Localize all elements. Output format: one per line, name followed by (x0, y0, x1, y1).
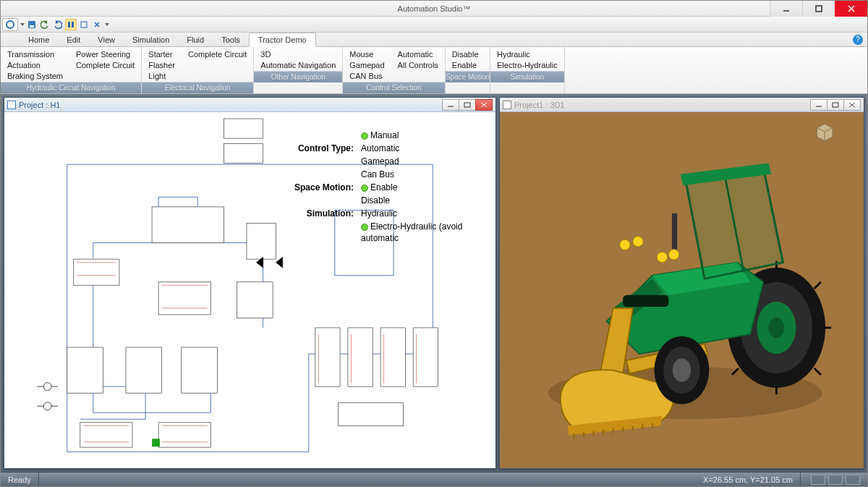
status-dot-icon (361, 132, 368, 140)
ribbon-tab-home[interactable]: Home (20, 33, 58, 46)
status-box-1[interactable] (811, 475, 825, 485)
window-controls (770, 1, 867, 16)
ribbon-item[interactable]: Automatic (396, 49, 441, 60)
app-menu-dropdown-icon[interactable] (20, 23, 25, 26)
schem-info-value: Disable (358, 195, 494, 206)
svg-rect-18 (158, 282, 210, 315)
ribbon-tab-tools[interactable]: Tools (213, 33, 249, 46)
ribbon-item[interactable]: Enable (450, 60, 481, 71)
window-minimize-button[interactable] (770, 1, 802, 17)
ribbon-tab-simulation[interactable]: Simulation (124, 33, 178, 46)
svg-point-59 (657, 252, 667, 262)
ribbon-item[interactable]: Braking System (5, 71, 65, 82)
panel-3d-controls (811, 99, 861, 111)
svg-rect-22 (182, 347, 218, 393)
ribbon-body: TransmissionActuationBraking SystemPower… (1, 47, 867, 94)
ribbon-tab-edit[interactable]: Edit (58, 33, 89, 46)
schem-info-value: Manual (358, 130, 494, 141)
ribbon-item[interactable]: Complete Circuit (74, 60, 137, 71)
svg-rect-10 (464, 103, 470, 107)
svg-rect-29 (338, 403, 403, 426)
ribbon-item[interactable]: Mouse (347, 49, 386, 60)
ribbon-tab-fluid[interactable]: Fluid (178, 33, 213, 46)
quick-access-toolbar (1, 17, 867, 33)
ribbon-group-4: DisableEnableSpace Motion (446, 47, 490, 93)
ribbon-item[interactable]: Starter (146, 49, 177, 60)
svg-point-31 (43, 402, 51, 410)
ribbon-item[interactable]: 3D (258, 49, 338, 60)
panel3d-maximize-button[interactable] (827, 99, 844, 111)
svg-rect-27 (80, 423, 132, 447)
svg-point-72 (673, 358, 691, 381)
ribbon-item[interactable]: Gamepad (347, 60, 386, 71)
ribbon-item[interactable]: Flasher (146, 60, 177, 71)
ribbon-item[interactable]: Disable (450, 49, 481, 60)
schem-info-label (292, 195, 357, 206)
3d-viewport[interactable] (500, 112, 864, 468)
svg-point-42 (769, 317, 785, 338)
ribbon-item[interactable]: All Controls (396, 60, 441, 71)
svg-rect-26 (413, 328, 438, 386)
ribbon-item[interactable]: Automatic Navigation (258, 60, 338, 71)
status-box-3[interactable] (846, 475, 860, 485)
schematic-canvas-area[interactable]: ManualControl Type:AutomaticGamepadCan B… (4, 112, 495, 468)
ribbon-item[interactable]: Light (146, 71, 177, 82)
ribbon-group-label: Hydraulic Circuit Navigation (1, 82, 141, 93)
schem-info-value: Enable (358, 182, 494, 193)
svg-rect-14 (224, 143, 263, 163)
app-logo-button[interactable] (2, 18, 18, 31)
ribbon-item[interactable]: CAN Bus (347, 71, 386, 82)
ribbon-group-label: Other Navigation (254, 71, 342, 82)
svg-rect-23 (315, 328, 340, 386)
ribbon-item[interactable]: Hydraulic (495, 49, 560, 60)
schem-info-label: Space Motion: (292, 182, 357, 193)
schem-info-label (292, 156, 357, 167)
svg-rect-25 (380, 328, 405, 386)
ribbon-group-5: HydraulicElectro-HydraulicSimulation (490, 47, 565, 93)
panel-close-button[interactable] (475, 99, 493, 111)
panel-maximize-button[interactable] (459, 99, 476, 111)
qat-undo-icon[interactable] (39, 19, 51, 30)
qat-redo-icon[interactable] (52, 19, 64, 30)
panel-minimize-button[interactable] (442, 99, 459, 111)
svg-rect-24 (348, 328, 373, 386)
ribbon-tab-tractor-demo[interactable]: Tractor Demo (249, 33, 316, 47)
svg-rect-16 (247, 223, 276, 259)
panel-schematic-controls (443, 99, 493, 111)
status-indicators (801, 473, 867, 486)
app-title: Automation Studio™ (398, 4, 471, 13)
ribbon-group-0: TransmissionActuationBraking SystemPower… (1, 47, 142, 93)
ribbon-group-label: Space Motion (446, 71, 490, 82)
svg-point-58 (633, 237, 643, 247)
window-maximize-button[interactable] (802, 1, 835, 17)
ribbon-tab-view[interactable]: View (89, 33, 124, 46)
ribbon-item[interactable]: Transmission (5, 49, 65, 60)
panel-schematic-header[interactable]: Project : H1 (4, 98, 495, 112)
ribbon-item[interactable]: Power Steering (74, 49, 137, 60)
qat-toggle-2-icon[interactable] (78, 19, 90, 30)
schem-info-value: Can Bus (358, 169, 494, 180)
svg-point-30 (43, 383, 51, 391)
qat-toggle-1-icon[interactable] (65, 19, 77, 30)
panel-schematic: Project : H1 (4, 97, 496, 469)
qat-toggle-3-icon[interactable] (91, 19, 103, 30)
schematic-info-overlay: ManualControl Type:AutomaticGamepadCan B… (290, 128, 495, 245)
panel-3d-header[interactable]: Project1 : 3D1 (500, 98, 864, 112)
svg-rect-8 (81, 22, 87, 27)
help-icon[interactable]: ? (853, 35, 863, 45)
schem-info-label (292, 221, 357, 244)
status-dot-icon (361, 224, 368, 231)
schem-info-label: Simulation: (292, 208, 357, 219)
qat-customize-icon[interactable] (105, 23, 109, 26)
ribbon-item[interactable]: Electro-Hydraulic (495, 60, 560, 71)
panel3d-close-button[interactable] (843, 99, 861, 111)
svg-point-60 (668, 250, 678, 260)
status-box-2[interactable] (828, 475, 843, 485)
ribbon-item[interactable]: Actuation (5, 60, 65, 71)
ribbon-group-3: MouseGamepadCAN BusAutomaticAll Controls… (343, 47, 446, 93)
qat-save-icon[interactable] (26, 19, 38, 30)
panel3d-minimize-button[interactable] (810, 99, 827, 111)
window-close-button[interactable] (835, 1, 867, 17)
ribbon-item[interactable]: Complete Circuit (186, 49, 249, 60)
svg-rect-5 (30, 25, 34, 27)
